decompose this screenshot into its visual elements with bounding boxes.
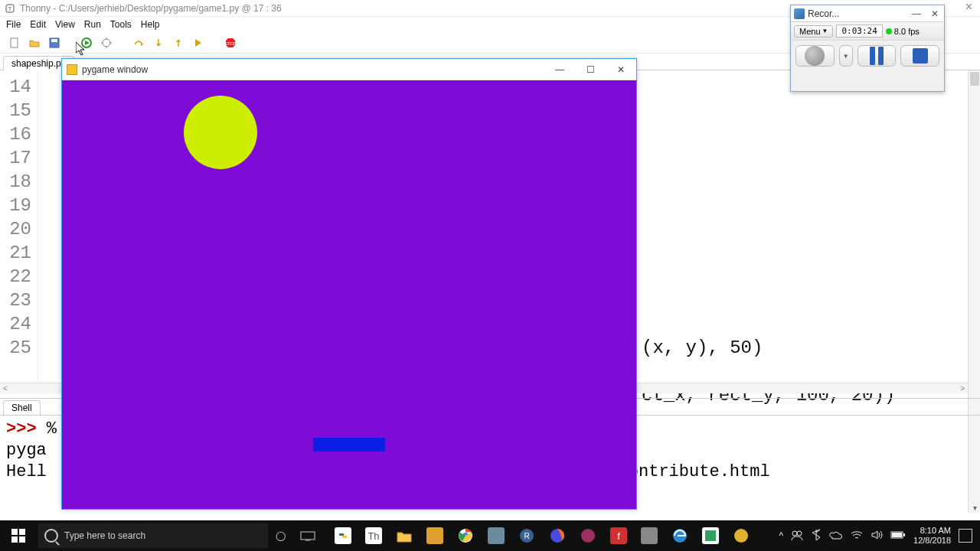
tray-volume-icon[interactable] bbox=[871, 530, 883, 543]
close-button[interactable]: ✕ bbox=[606, 59, 636, 80]
svg-point-42 bbox=[797, 531, 802, 536]
shell-tab[interactable]: Shell bbox=[3, 400, 41, 415]
svg-marker-16 bbox=[176, 39, 181, 42]
svg-rect-44 bbox=[903, 533, 905, 536]
tray-battery-icon[interactable] bbox=[890, 530, 906, 542]
menu-view[interactable]: View bbox=[55, 19, 75, 30]
taskbar-app-explorer[interactable] bbox=[389, 520, 420, 551]
taskbar-app-thonny[interactable]: Th bbox=[358, 520, 389, 551]
recorder-toolbar: Menu▼ 0:03:24 8.0 fps bbox=[791, 22, 944, 41]
cortana-mic-icon[interactable]: ◯ bbox=[268, 530, 292, 541]
svg-text:T: T bbox=[8, 5, 12, 12]
menu-help[interactable]: Help bbox=[141, 19, 160, 30]
taskbar-app-python[interactable] bbox=[328, 520, 358, 551]
recorder-window: Recor... — ✕ Menu▼ 0:03:24 8.0 fps ▼ bbox=[790, 5, 945, 92]
tray-chevron-icon[interactable]: ^ bbox=[779, 530, 783, 541]
recorder-minimize[interactable]: — bbox=[907, 8, 926, 19]
recorder-elapsed-time: 0:03:24 bbox=[836, 24, 882, 37]
debug-icon[interactable] bbox=[100, 36, 113, 50]
line-number: 17 bbox=[0, 146, 31, 170]
svg-rect-39 bbox=[705, 530, 716, 541]
svg-text:STOP: STOP bbox=[224, 41, 237, 46]
taskbar-app-generic3[interactable] bbox=[573, 520, 603, 551]
taskbar-app-generic2[interactable]: R bbox=[511, 520, 542, 551]
clock-date: 12/8/2018 bbox=[913, 536, 951, 546]
stop-icon[interactable]: STOP bbox=[224, 36, 237, 50]
tray-wifi-icon[interactable] bbox=[851, 530, 863, 543]
step-into-icon[interactable] bbox=[152, 36, 165, 50]
record-dropdown[interactable]: ▼ bbox=[839, 45, 853, 67]
menu-file[interactable]: File bbox=[6, 19, 21, 30]
tray-bluetooth-icon[interactable] bbox=[811, 529, 822, 543]
taskbar-search[interactable]: Type here to search bbox=[38, 523, 268, 548]
recorder-titlebar[interactable]: Recor... — ✕ bbox=[791, 5, 944, 22]
taskbar-app-edge[interactable] bbox=[665, 520, 695, 551]
taskbar-app-generic5[interactable] bbox=[634, 520, 665, 551]
record-button[interactable] bbox=[795, 45, 835, 67]
action-center-icon[interactable] bbox=[959, 529, 972, 543]
menu-edit[interactable]: Edit bbox=[30, 19, 46, 30]
step-out-icon[interactable] bbox=[172, 36, 185, 50]
taskbar-app-generic4[interactable]: f bbox=[603, 520, 634, 551]
line-number: 25 bbox=[0, 336, 31, 360]
recorder-menu-dropdown[interactable]: Menu▼ bbox=[794, 25, 833, 37]
taskbar-app-sublime[interactable] bbox=[420, 520, 450, 551]
svg-point-41 bbox=[792, 531, 797, 536]
stop-square-icon bbox=[913, 48, 928, 64]
recorder-title: Recor... bbox=[808, 8, 839, 19]
svg-rect-21 bbox=[301, 532, 315, 540]
run-icon[interactable] bbox=[80, 36, 93, 50]
tray-onedrive-icon[interactable] bbox=[829, 530, 843, 543]
taskbar-app-recorder[interactable] bbox=[726, 520, 756, 551]
taskbar-app-generic1[interactable] bbox=[481, 520, 511, 551]
svg-rect-36 bbox=[641, 527, 658, 544]
windows-logo-icon bbox=[11, 529, 25, 543]
svg-text:Th: Th bbox=[368, 530, 379, 542]
line-number: 18 bbox=[0, 170, 31, 194]
search-icon bbox=[44, 529, 58, 543]
taskbar-app-firefox[interactable] bbox=[542, 520, 573, 551]
svg-marker-14 bbox=[156, 44, 161, 47]
pygame-titlebar[interactable]: pygame window — ☐ ✕ bbox=[62, 59, 636, 80]
pause-button[interactable] bbox=[858, 45, 897, 67]
line-number: 23 bbox=[0, 289, 31, 312]
task-view-icon[interactable] bbox=[292, 530, 323, 542]
thonny-app-icon: T bbox=[5, 3, 15, 14]
new-file-icon[interactable] bbox=[8, 36, 21, 50]
svg-rect-26 bbox=[426, 527, 443, 544]
scroll-right-icon[interactable]: > bbox=[960, 384, 965, 393]
start-button[interactable] bbox=[0, 520, 37, 551]
svg-rect-45 bbox=[892, 533, 902, 537]
menu-tools[interactable]: Tools bbox=[110, 19, 132, 30]
taskbar-apps: Th R f bbox=[328, 520, 756, 551]
pygame-window-title: pygame window bbox=[82, 64, 544, 75]
shell-line: pyga bbox=[6, 441, 47, 460]
svg-point-40 bbox=[734, 529, 748, 543]
scroll-thumb[interactable] bbox=[970, 72, 979, 86]
step-over-icon[interactable] bbox=[132, 36, 145, 50]
line-number: 16 bbox=[0, 122, 31, 146]
window-close-icon[interactable]: × bbox=[965, 0, 972, 14]
pygame-canvas bbox=[62, 80, 636, 509]
resume-icon[interactable] bbox=[191, 36, 205, 50]
pygame-window: pygame window — ☐ ✕ bbox=[61, 58, 637, 510]
minimize-button[interactable]: — bbox=[544, 59, 575, 80]
taskbar-clock[interactable]: 8:10 AM 12/8/2018 bbox=[913, 526, 951, 546]
shell-prompt: >>> bbox=[6, 419, 37, 439]
svg-rect-2 bbox=[11, 38, 18, 47]
recorder-close[interactable]: ✕ bbox=[926, 8, 944, 19]
maximize-button[interactable]: ☐ bbox=[575, 59, 606, 80]
line-number: 19 bbox=[0, 194, 31, 217]
menu-run[interactable]: Run bbox=[84, 19, 101, 30]
stop-button[interactable] bbox=[900, 45, 939, 67]
clock-time: 8:10 AM bbox=[913, 526, 951, 536]
scroll-left-icon[interactable]: < bbox=[3, 384, 8, 393]
window-title: Thonny - C:/Users/jerhieb/Desktop/pygame… bbox=[20, 3, 282, 14]
recorder-app-icon bbox=[794, 8, 805, 19]
line-number: 21 bbox=[0, 241, 31, 265]
save-file-icon[interactable] bbox=[47, 36, 61, 50]
open-file-icon[interactable] bbox=[28, 36, 41, 50]
taskbar-app-generic6[interactable] bbox=[695, 520, 726, 551]
tray-people-icon[interactable] bbox=[791, 529, 803, 543]
taskbar-app-chrome[interactable] bbox=[450, 520, 481, 551]
